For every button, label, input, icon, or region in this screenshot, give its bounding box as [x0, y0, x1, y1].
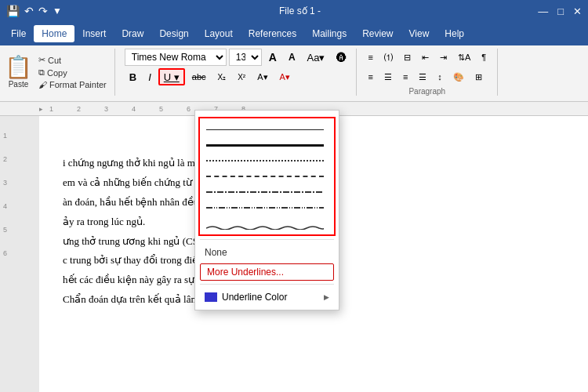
borders-button[interactable]: ⊞	[470, 68, 487, 85]
clear-format-button[interactable]: 🅐	[332, 49, 351, 66]
align-right-button[interactable]: ≡	[398, 68, 412, 85]
scissors-icon: ✂	[38, 55, 45, 65]
superscript-button[interactable]: X²	[233, 68, 250, 85]
menu-draw[interactable]: Draw	[114, 25, 151, 42]
dropdown-divider-1	[200, 239, 334, 240]
redo-btn[interactable]: ↷	[38, 5, 48, 17]
undo-btn[interactable]: ↶	[24, 5, 34, 17]
underline-dotted[interactable]	[203, 153, 331, 169]
single-line-sample	[206, 129, 324, 130]
app-icon: 💾	[6, 5, 20, 17]
underline-dash-dot-dot[interactable]	[203, 200, 331, 216]
copy-button[interactable]: ⧉ Copy	[37, 67, 108, 78]
menu-bar: File Home Insert Draw Design Layout Refe…	[0, 22, 588, 45]
underline-button[interactable]: U ▾	[158, 68, 185, 85]
menu-references[interactable]: References	[241, 25, 304, 42]
align-center-button[interactable]: ☰	[379, 68, 397, 85]
format-painter-icon: 🖌	[38, 80, 47, 89]
bold-button[interactable]: B	[125, 68, 141, 85]
font-grow-button[interactable]: A	[264, 49, 281, 66]
close-btn[interactable]: ✕	[573, 5, 582, 17]
menu-view[interactable]: View	[401, 25, 437, 42]
menu-help[interactable]: Help	[437, 25, 472, 42]
window-title: File số 1 -	[279, 5, 321, 16]
maximize-btn[interactable]: □	[557, 5, 564, 17]
bullets-button[interactable]: ≡	[363, 49, 377, 66]
shading-button[interactable]: 🎨	[448, 68, 469, 85]
more-underlines-item[interactable]: More Underlines...	[200, 263, 334, 281]
underline-dashed[interactable]	[203, 169, 331, 184]
ribbon: 📋 Paste ✂ Cut ⧉ Copy 🖌 Format Painter	[0, 45, 588, 102]
text-highlight-button[interactable]: A▾	[252, 68, 272, 85]
underline-dropdown: None More Underlines... Underline Color …	[194, 110, 339, 310]
menu-file[interactable]: File	[3, 25, 34, 42]
justify-button[interactable]: ☰	[414, 68, 431, 85]
font-shrink-button[interactable]: A	[284, 49, 300, 66]
underline-color-item[interactable]: Underline Color ▶	[195, 288, 339, 307]
font-group: Times New Roma 13 A A Aa▾ 🅐 B I U ▾ abc …	[120, 49, 358, 96]
underline-thick[interactable]	[203, 137, 331, 153]
align-left-button[interactable]: ≡	[363, 68, 377, 85]
underline-wavy[interactable]	[203, 216, 331, 231]
menu-home[interactable]: Home	[34, 25, 74, 42]
menu-design[interactable]: Design	[151, 25, 196, 42]
clipboard-sub-group: ✂ Cut ⧉ Copy 🖌 Format Painter	[37, 54, 108, 90]
paste-label: Paste	[9, 80, 29, 89]
font-row1: Times New Roma 13 A A Aa▾ 🅐	[125, 49, 352, 66]
numbering-button[interactable]: ⑴	[379, 49, 397, 66]
multilevel-button[interactable]: ⊟	[399, 49, 416, 66]
margin-ruler: 1 2 3 4 5 6	[0, 116, 39, 392]
font-color-button[interactable]: A▾	[275, 68, 295, 85]
title-bar: 💾 ↶ ↷ ▼ File số 1 - — □ ✕	[0, 0, 588, 22]
paragraph-group-label: Paragraph	[363, 87, 491, 96]
menu-layout[interactable]: Layout	[197, 25, 241, 42]
paragraph-row1: ≡ ⑴ ⊟ ⇤ ⇥ ⇅A ¶	[363, 49, 491, 66]
italic-button[interactable]: I	[143, 68, 156, 85]
font-size-select[interactable]: 13	[229, 49, 262, 66]
underline-single[interactable]	[203, 122, 331, 137]
dropdown-divider-2	[200, 284, 334, 285]
thick-line-sample	[206, 144, 324, 147]
menu-review[interactable]: Review	[354, 25, 401, 42]
wavy-line-sample	[206, 221, 324, 226]
dotted-line-sample	[206, 160, 324, 162]
sort-button[interactable]: ⇅A	[453, 49, 475, 66]
menu-insert[interactable]: Insert	[74, 25, 114, 42]
menu-mailings[interactable]: Mailings	[304, 25, 354, 42]
underline-options-box	[198, 117, 336, 236]
dash-dot-line-sample	[206, 191, 324, 193]
increase-indent-button[interactable]: ⇥	[435, 49, 452, 66]
minimize-btn[interactable]: —	[538, 5, 548, 17]
color-swatch	[205, 292, 217, 302]
line-spacing-button[interactable]: ↕	[433, 68, 447, 85]
decrease-indent-button[interactable]: ⇤	[417, 49, 434, 66]
copy-icon: ⧉	[38, 67, 45, 78]
title-bar-left: 💾 ↶ ↷ ▼	[6, 5, 62, 17]
subscript-button[interactable]: X₂	[213, 68, 231, 85]
dashed-line-sample	[206, 176, 324, 177]
chevron-right-icon: ▶	[324, 293, 329, 301]
paragraph-row2: ≡ ☰ ≡ ☰ ↕ 🎨 ⊞	[363, 68, 491, 85]
font-name-select[interactable]: Times New Roma	[125, 49, 227, 66]
strikethrough-button[interactable]: abc	[187, 68, 211, 85]
dash-dot-dot-line-sample	[206, 207, 324, 209]
font-row2: B I U ▾ abc X₂ X² A▾ A▾	[125, 68, 352, 85]
cut-button[interactable]: ✂ Cut	[37, 54, 108, 66]
format-painter-button[interactable]: 🖌 Format Painter	[37, 79, 108, 90]
none-underline-item[interactable]: None	[195, 243, 339, 262]
show-paragraph-button[interactable]: ¶	[477, 49, 491, 66]
customize-btn[interactable]: ▼	[53, 5, 62, 16]
change-case-button[interactable]: Aa▾	[303, 49, 330, 66]
underline-color-label: Underline Color	[222, 292, 287, 303]
paste-button[interactable]: 📋	[5, 56, 32, 78]
underline-dash-dot[interactable]	[203, 184, 331, 200]
